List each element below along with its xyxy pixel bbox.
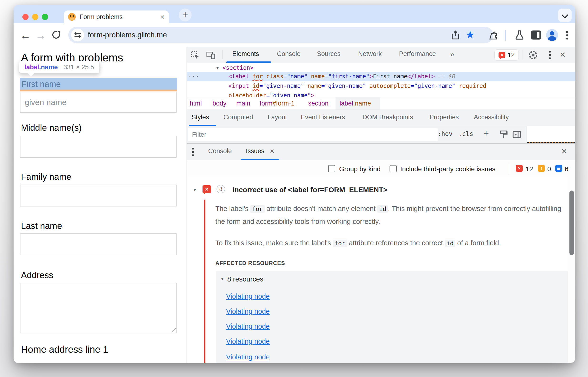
toggle-hover-button[interactable]: :hov — [438, 130, 452, 137]
more-tabs-icon[interactable]: » — [450, 50, 454, 58]
given-name-input[interactable] — [20, 92, 177, 113]
violating-node-link[interactable]: Violating node — [226, 293, 270, 300]
drawer-menu-icon[interactable] — [192, 147, 194, 157]
reload-button[interactable] — [51, 30, 61, 40]
toggle-sidebar-icon[interactable] — [512, 130, 522, 140]
extensions-puzzle-icon[interactable] — [489, 30, 500, 41]
crumb-section[interactable]: section — [308, 100, 329, 107]
browser-tab[interactable]: Form problems × — [64, 11, 169, 23]
address-textarea[interactable] — [20, 283, 177, 333]
side-panel-icon[interactable] — [531, 31, 541, 39]
crumb-form[interactable]: form#form-1 — [260, 100, 294, 107]
violating-node-link[interactable]: Violating node — [226, 353, 270, 361]
middle-name-input[interactable] — [20, 136, 177, 158]
tab-title: Form problems — [79, 13, 160, 21]
code-line-input[interactable]: <input id="given-name" name="given-name"… — [187, 81, 575, 91]
toggle-class-button[interactable]: .cls — [458, 130, 473, 137]
profile-avatar[interactable] — [546, 29, 558, 41]
affected-resources-heading: AFFECTED RESOURCES — [215, 260, 285, 267]
home-address-label: Home address line 1 — [21, 344, 108, 355]
error-count: 12 — [508, 51, 515, 59]
styles-filter-input[interactable] — [188, 128, 438, 141]
issues-scrollbar[interactable] — [568, 177, 575, 363]
tab-sources[interactable]: Sources — [317, 50, 340, 58]
third-party-checkbox[interactable] — [390, 165, 397, 172]
browser-toolbar: ← → form-problems.glitch.me ★ — [13, 23, 575, 47]
drawer-tab-console[interactable]: Console — [208, 147, 232, 155]
drawer-tab-issues[interactable]: Issues — [246, 147, 264, 155]
crumb-main[interactable]: main — [236, 100, 250, 107]
gutter-dots-icon[interactable]: ··· — [188, 72, 199, 81]
attr-for: for — [252, 73, 263, 80]
address-bar[interactable]: form-problems.glitch.me — [68, 27, 493, 43]
violating-node-link[interactable]: Violating node — [226, 338, 270, 345]
tab-close-icon[interactable]: × — [160, 13, 165, 21]
experiments-flask-icon[interactable] — [514, 30, 525, 40]
issue-accent-line — [204, 200, 205, 363]
window-content: A form with problems First name label.na… — [13, 47, 575, 363]
last-name-input[interactable] — [20, 233, 177, 255]
tooltip-dimensions: 331 × 25.5 — [64, 64, 94, 71]
family-name-input[interactable] — [20, 185, 177, 206]
tab-accessibility[interactable]: Accessibility — [474, 114, 509, 121]
back-button[interactable]: ← — [20, 30, 31, 41]
issues-count-button[interactable]: × 12 — [495, 49, 519, 61]
issue-description-2: To fix this issue, make sure the label's… — [215, 237, 563, 250]
devtools-menu-icon[interactable] — [549, 50, 551, 60]
code-line-label-selected[interactable]: ··· <label for class="name" name="first-… — [187, 72, 575, 81]
device-toolbar-icon[interactable] — [206, 50, 216, 61]
code-line-section[interactable]: ▼ <section> — [187, 63, 575, 73]
bookmark-star-icon[interactable]: ★ — [465, 29, 475, 41]
url-text[interactable]: form-problems.glitch.me — [88, 31, 493, 39]
tab-properties[interactable]: Properties — [430, 114, 459, 121]
messages-count: 6 — [565, 165, 568, 173]
violating-node-link[interactable]: Violating node — [226, 322, 270, 330]
middle-name-label: Middle name(s) — [21, 123, 82, 133]
tab-console[interactable]: Console — [277, 50, 301, 58]
tab-dom-breakpoints[interactable]: DOM Breakpoints — [362, 114, 413, 121]
expand-triangle-icon[interactable]: ▼ — [216, 63, 219, 73]
tab-performance[interactable]: Performance — [399, 50, 436, 58]
family-name-label: Family name — [21, 172, 71, 182]
new-style-rule-button[interactable]: + — [483, 128, 489, 139]
tab-styles[interactable]: Styles — [192, 114, 209, 121]
warnings-count: 0 — [547, 165, 551, 173]
inline-code-for2: for — [333, 240, 347, 247]
third-party-label[interactable]: Include third-party cookie issues — [400, 165, 496, 173]
scrollbar-thumb[interactable] — [569, 190, 574, 255]
traffic-light-zoom[interactable] — [42, 14, 48, 20]
share-icon[interactable] — [450, 30, 461, 40]
code-line-placeholder[interactable]: placeholder="given name"> — [187, 91, 575, 97]
group-by-kind-checkbox[interactable] — [328, 165, 335, 172]
last-name-label: Last name — [21, 221, 62, 231]
forward-button[interactable]: → — [35, 30, 46, 41]
tab-event-listeners[interactable]: Event Listeners — [301, 114, 345, 121]
crumb-label-name[interactable]: label.name — [339, 100, 371, 107]
paint-format-icon[interactable] — [499, 130, 508, 140]
traffic-light-minimize[interactable] — [32, 14, 38, 20]
tab-computed[interactable]: Computed — [224, 114, 253, 121]
tab-elements[interactable]: Elements — [232, 50, 259, 58]
screenshot-stage: Form problems × + ← → form-problems.glit… — [0, 0, 588, 377]
inspect-element-icon[interactable] — [190, 50, 200, 61]
resources-expand-triangle-icon[interactable]: ▼ — [220, 277, 224, 282]
violating-node-link[interactable]: Violating node — [226, 307, 270, 315]
resources-count-label[interactable]: 8 resources — [227, 275, 263, 283]
devtools-settings-gear-icon[interactable] — [528, 50, 538, 61]
crumb-body[interactable]: body — [213, 100, 226, 107]
site-settings-icon[interactable] — [74, 31, 82, 39]
drawer-close-icon[interactable]: × — [561, 146, 567, 157]
devtools-close-icon[interactable]: × — [560, 49, 565, 60]
tab-search-button[interactable] — [558, 9, 572, 22]
tab-layout[interactable]: Layout — [268, 114, 287, 121]
issues-tab-close-icon[interactable]: × — [270, 147, 274, 155]
toolbar-divider — [505, 30, 506, 41]
traffic-light-close[interactable] — [22, 14, 29, 20]
tooltip-tag: label — [24, 64, 39, 71]
tab-network[interactable]: Network — [358, 50, 382, 58]
issue-title[interactable]: Incorrect use of <label for=FORM_ELEMENT… — [233, 186, 387, 194]
group-by-kind-label[interactable]: Group by kind — [339, 165, 381, 173]
crumb-html[interactable]: html — [190, 100, 202, 107]
issue-expand-triangle-icon[interactable]: ▼ — [192, 187, 197, 192]
new-tab-button[interactable]: + — [179, 9, 192, 22]
